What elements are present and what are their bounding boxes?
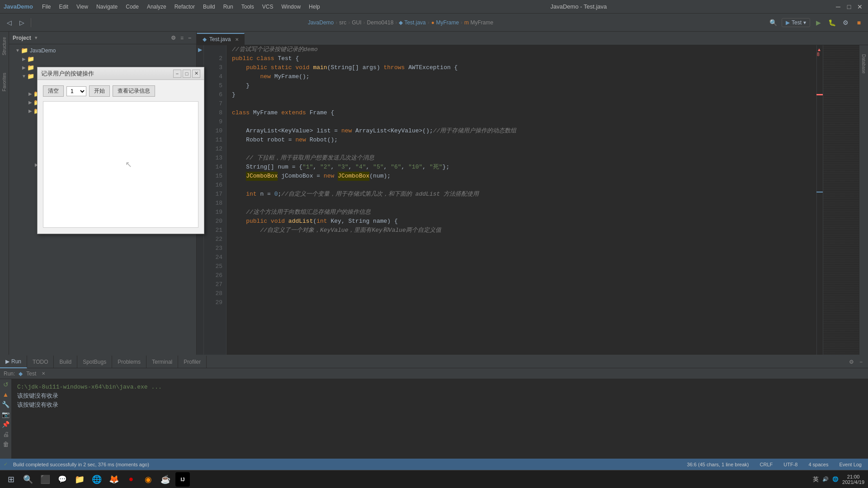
menu-tools[interactable]: Tools — [238, 2, 258, 12]
run-pin-icon[interactable]: 📌 — [2, 421, 9, 428]
toolbar-run-btn[interactable]: ▶ — [813, 17, 824, 28]
bottom-tab-problems[interactable]: Problems — [112, 356, 146, 368]
menu-vcs[interactable]: VCS — [259, 2, 277, 12]
tab-database[interactable]: Database — [861, 54, 866, 74]
tab-close-btn[interactable]: ✕ — [235, 37, 239, 42]
menu-analyze[interactable]: Analyze — [143, 2, 170, 12]
run-wrench-icon[interactable]: 🔧 — [2, 401, 9, 408]
breadcrumb-testjava[interactable]: ◆ Test.java — [399, 19, 425, 26]
status-event-log[interactable]: Event Log — [836, 462, 864, 467]
taskbar-edge[interactable]: 🌐 — [90, 472, 104, 487]
toolbar-nav-fwd[interactable]: ▷ — [16, 17, 27, 28]
cls-awtex: AWTException — [408, 63, 454, 72]
code-editor[interactable]: //尝试写个记录按键记录的demo public class Test { pu… — [226, 45, 816, 371]
toolbar-search-icon[interactable]: 🔍 — [768, 17, 779, 28]
taskbar-firefox[interactable]: 🦊 — [107, 472, 121, 487]
bottom-tab-run[interactable]: ▶ Run — [0, 356, 27, 368]
breadcrumb-project[interactable]: JavaDemo — [308, 19, 334, 26]
menu-code[interactable]: Code — [122, 2, 142, 12]
run-clear-icon[interactable]: 🗑 — [3, 441, 9, 448]
toolbar-stop-btn[interactable]: ■ — [854, 17, 864, 28]
taskbar-java[interactable]: ☕ — [158, 472, 173, 487]
gutter-fold-arrow[interactable]: ▶ — [198, 45, 202, 54]
menu-help[interactable]: Help — [305, 2, 324, 12]
run-tab-close[interactable]: ✕ — [42, 371, 45, 376]
breadcrumb-sep-3: › — [363, 19, 365, 26]
plain-gt: > — [310, 127, 317, 136]
toolbar-debug-btn[interactable]: 🐛 — [826, 17, 837, 28]
run-scroll-icon[interactable]: 📷 — [2, 411, 9, 418]
taskbar-search[interactable]: 🔍 — [21, 472, 35, 487]
comma3: , — [348, 163, 355, 172]
dialog-close-btn[interactable]: ✕ — [192, 70, 200, 78]
run-print-icon[interactable]: 🖨 — [3, 431, 9, 438]
panel-icon-collapse[interactable]: ≡ — [179, 34, 185, 42]
editor-tab-testjava[interactable]: ◆ Test.java ✕ — [197, 33, 245, 45]
panel-close-icon[interactable]: − — [858, 359, 864, 365]
breadcrumb-demo[interactable]: Demo0418 — [367, 19, 394, 26]
status-line-ending[interactable]: CRLF — [757, 462, 776, 467]
dialog-title-text: 记录用户的按键操作 — [41, 70, 172, 78]
menu-refactor[interactable]: Refactor — [171, 2, 198, 12]
kw-throws: throws — [384, 63, 409, 72]
minimize-button[interactable]: ─ — [834, 2, 843, 11]
dialog-count-select[interactable]: 1 2 3 5 10 — [66, 86, 86, 96]
dialog-start-button[interactable]: 开始 — [89, 85, 110, 97]
panel-icon-minimize[interactable]: − — [187, 34, 193, 42]
run-restart-icon[interactable]: ↺ — [3, 381, 9, 388]
menu-window[interactable]: Window — [278, 2, 304, 12]
bottom-tab-build[interactable]: Build — [54, 356, 77, 368]
sidebar-tab-structure[interactable]: Structure — [1, 35, 8, 57]
tree-item-expand1[interactable]: ▶ 📁 — [9, 55, 196, 63]
dialog-titlebar[interactable]: 记录用户的按键操作 − □ ✕ — [38, 67, 204, 80]
menu-edit[interactable]: Edit — [55, 2, 72, 12]
taskbar-chat[interactable]: 💬 — [55, 472, 70, 487]
bottom-tab-profiler[interactable]: Profiler — [178, 356, 207, 368]
breadcrumb-myframe1[interactable]: ● MyFrame — [431, 19, 459, 26]
menu-file[interactable]: File — [38, 2, 54, 12]
line-num-23: 23 — [204, 244, 222, 253]
bottom-tab-spotbugs[interactable]: SpotBugs — [77, 356, 112, 368]
taskbar-app2[interactable]: ◉ — [141, 472, 156, 487]
sidebar-tab-favorites[interactable]: Favorites — [1, 71, 8, 93]
menu-navigate[interactable]: Navigate — [93, 2, 121, 12]
maximize-button[interactable]: □ — [844, 2, 854, 11]
menu-build[interactable]: Build — [199, 2, 219, 12]
line-num-9: 9 — [204, 117, 222, 127]
toolbar-nav-back[interactable]: ◁ — [4, 17, 14, 28]
close-button[interactable]: ✕ — [855, 2, 864, 11]
breadcrumb-src[interactable]: src — [339, 19, 346, 26]
panel-settings-icon[interactable]: ⚙ — [847, 359, 856, 365]
status-position[interactable]: 36:6 (45 chars, 1 line break) — [684, 462, 752, 467]
dialog-minimize-btn[interactable]: − — [173, 70, 181, 78]
menu-run[interactable]: Run — [220, 2, 237, 12]
breadcrumb-gui[interactable]: GUI — [352, 19, 361, 26]
kw-public-20: public — [246, 217, 271, 226]
project-panel-dropdown[interactable]: ▾ — [35, 35, 37, 40]
line-num-3: 3 — [204, 63, 222, 72]
taskbar-intellij[interactable]: IJ — [175, 472, 190, 487]
tree-item-javademo[interactable]: ▼ 📁 JavaDemo — [9, 46, 196, 55]
taskbar-start-button[interactable]: ⊞ — [4, 472, 18, 487]
dialog-maximize-btn[interactable]: □ — [183, 70, 191, 78]
comment-17: //自定义一个变量，用于存储式第几次，和下面的 addList 方法搭配使用 — [281, 190, 479, 199]
bottom-tab-todo[interactable]: TODO — [27, 356, 54, 368]
code-line-13: // 下拉框，用于获取用户想要发送几次这个消息 — [232, 154, 811, 163]
indent-5: } — [232, 81, 250, 90]
taskbar-language[interactable]: 英 — [813, 475, 819, 483]
status-charset[interactable]: UTF-8 — [781, 462, 800, 467]
bottom-tab-terminal[interactable]: Terminal — [146, 356, 178, 368]
breadcrumb-myframe2[interactable]: m MyFrame — [464, 19, 493, 26]
dialog-clear-button[interactable]: 清空 — [43, 85, 64, 97]
taskbar-task-view[interactable]: ⬛ — [38, 472, 52, 487]
taskbar-files[interactable]: 📁 — [72, 472, 87, 487]
taskbar-app1[interactable]: ● — [124, 472, 138, 487]
panel-icon-gear[interactable]: ⚙ — [170, 34, 177, 42]
comma6: , — [401, 163, 409, 172]
toolbar-settings-btn[interactable]: ⚙ — [840, 17, 851, 28]
dialog-view-button[interactable]: 查看记录信息 — [113, 85, 155, 97]
status-indent[interactable]: 4 spaces — [806, 462, 831, 467]
run-config-selector[interactable]: ▶ Test ▾ — [782, 18, 810, 27]
menu-view[interactable]: View — [73, 2, 92, 12]
run-stop-icon[interactable]: ▲ — [3, 391, 9, 398]
